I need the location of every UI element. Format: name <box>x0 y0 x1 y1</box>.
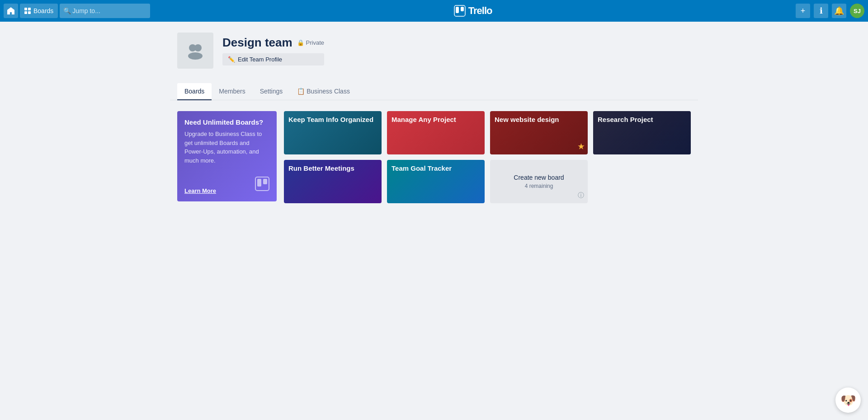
create-board-remaining: 4 remaining <box>525 183 553 189</box>
board-title-new-website: New website design <box>495 116 559 123</box>
avatar[interactable]: SJ <box>850 4 864 18</box>
board-title-run-better: Run Better Meetings <box>288 164 354 172</box>
board-title-keep-team: Keep Team Info Organized <box>288 116 373 123</box>
board-card-run-better[interactable]: Run Better Meetings <box>284 160 382 203</box>
bell-icon: 🔔 <box>834 6 844 16</box>
team-info: Design team 🔒 Private ✏️ Edit Team Profi… <box>222 36 324 65</box>
nav-right: + ℹ 🔔 SJ <box>796 4 864 18</box>
lock-icon: 🔒 <box>297 39 304 46</box>
board-card-research[interactable]: Research Project <box>593 111 691 154</box>
create-new-board-card[interactable]: Create new board 4 remaining ⓘ <box>490 160 588 203</box>
svg-rect-2 <box>24 11 27 14</box>
svg-rect-6 <box>461 7 464 11</box>
svg-rect-3 <box>28 11 31 14</box>
home-button[interactable] <box>4 4 18 18</box>
svg-point-9 <box>188 52 203 60</box>
upsell-title: Need Unlimited Boards? <box>184 118 269 126</box>
board-card-keep-team[interactable]: Keep Team Info Organized <box>284 111 382 154</box>
tab-boards[interactable]: Boards <box>177 83 212 100</box>
notifications-button[interactable]: 🔔 <box>832 4 846 18</box>
board-title-research: Research Project <box>598 116 653 123</box>
svg-rect-11 <box>257 179 261 187</box>
svg-rect-0 <box>24 8 27 10</box>
upsell-card: Need Unlimited Boards? Upgrade to Busine… <box>177 111 277 201</box>
team-avatar <box>177 33 213 69</box>
board-title-team-goal: Team Goal Tracker <box>392 164 452 172</box>
boards-area: Need Unlimited Boards? Upgrade to Busine… <box>170 111 698 203</box>
privacy-badge: 🔒 Private <box>297 39 324 46</box>
info-button[interactable]: ℹ <box>814 4 828 18</box>
page-content: Design team 🔒 Private ✏️ Edit Team Profi… <box>163 22 705 214</box>
nav-center: Trello <box>154 5 792 17</box>
tab-business-class[interactable]: 📋 Business Class <box>290 83 357 100</box>
privacy-label: Private <box>306 39 324 46</box>
dog-mascot[interactable]: 🐶 <box>835 387 861 413</box>
search-input[interactable] <box>60 4 150 18</box>
tabs-bar: Boards Members Settings 📋 Business Class <box>170 83 698 100</box>
board-title-manage-any: Manage Any Project <box>392 116 456 123</box>
team-name: Design team <box>222 36 292 50</box>
info-icon: ℹ <box>820 6 823 16</box>
upsell-learn-more-link[interactable]: Learn More <box>184 187 216 194</box>
create-board-title: Create new board <box>514 174 564 181</box>
star-icon[interactable]: ★ <box>578 142 584 151</box>
boards-nav-label: Boards <box>33 7 53 14</box>
pencil-icon: ✏️ <box>228 56 235 63</box>
search-wrapper: 🔍 <box>60 4 150 18</box>
top-navbar: Boards 🔍 Trello + ℹ 🔔 SJ <box>0 0 868 22</box>
edit-team-label: Edit Team Profile <box>238 56 282 63</box>
svg-rect-5 <box>456 7 459 13</box>
board-card-team-goal[interactable]: Team Goal Tracker <box>387 160 485 203</box>
board-card-manage-any[interactable]: Manage Any Project <box>387 111 485 154</box>
boards-grid: Keep Team Info Organized Manage Any Proj… <box>284 111 691 203</box>
board-card-new-website[interactable]: New website design ★ <box>490 111 588 154</box>
svg-rect-12 <box>263 179 267 184</box>
tab-settings[interactable]: Settings <box>253 83 290 100</box>
svg-point-8 <box>194 44 202 51</box>
tab-members[interactable]: Members <box>212 83 252 100</box>
trello-logo: Trello <box>454 5 492 17</box>
edit-team-profile-button[interactable]: ✏️ Edit Team Profile <box>222 53 324 65</box>
nav-left: Boards 🔍 <box>4 4 150 18</box>
trello-logo-text: Trello <box>468 5 492 17</box>
upsell-body: Upgrade to Business Class to get unlimit… <box>184 130 269 165</box>
team-name-row: Design team 🔒 Private <box>222 36 324 50</box>
info-circle-icon[interactable]: ⓘ <box>578 191 584 200</box>
business-class-icon: 📋 <box>297 88 307 95</box>
create-button[interactable]: + <box>796 4 810 18</box>
svg-rect-1 <box>28 8 31 10</box>
trello-upsell-icon <box>255 177 269 194</box>
boards-nav-button[interactable]: Boards <box>20 4 58 18</box>
team-header: Design team 🔒 Private ✏️ Edit Team Profi… <box>170 33 698 69</box>
